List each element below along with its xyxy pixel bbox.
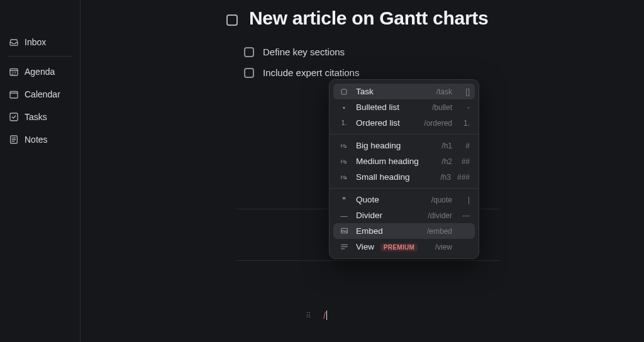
menu-item-shortcut: - <box>458 103 470 112</box>
task-checkbox[interactable] <box>244 68 254 78</box>
menu-item-command: /view <box>435 243 452 251</box>
svg-rect-1 <box>10 91 18 98</box>
svg-rect-4 <box>341 89 347 94</box>
sidebar: Inbox 27 Agenda Calendar Tasks <box>0 0 80 342</box>
calendar-icon <box>9 89 19 99</box>
document-title[interactable]: New article on Gantt charts <box>249 8 488 29</box>
checkbox-icon <box>338 88 350 96</box>
tray-icon <box>9 37 19 47</box>
h3-icon: H₃ <box>338 174 350 180</box>
menu-item-shortcut: | <box>458 196 470 204</box>
main-editor: New article on Gantt charts Define key s… <box>80 0 644 342</box>
task-label: Define key sections <box>263 47 345 57</box>
slash-trigger-row[interactable]: ⠿ / <box>306 310 327 321</box>
menu-item-label: Medium heading <box>356 157 441 166</box>
menu-item-command: /embed <box>427 227 452 236</box>
content-divider <box>236 260 499 261</box>
menu-item-label: Divider <box>356 211 428 220</box>
menu-item-ordered-list[interactable]: 1. Ordered list /ordered 1. <box>333 115 475 131</box>
slash-command-menu: Task /task [] • Bulleted list /bullet - … <box>329 79 479 259</box>
menu-item-h2[interactable]: H₂ Medium heading /h2 ## <box>333 153 475 169</box>
menu-item-label: Ordered list <box>356 118 424 128</box>
drag-handle-icon[interactable]: ⠿ <box>306 311 312 320</box>
menu-item-command: /h2 <box>441 157 452 166</box>
menu-item-shortcut: ## <box>458 157 470 166</box>
divider-icon: — <box>338 212 350 219</box>
sidebar-item-inbox[interactable]: Inbox <box>8 33 72 51</box>
menu-item-label: Big heading <box>356 141 441 150</box>
task-checkbox[interactable] <box>244 47 254 57</box>
title-checkbox[interactable] <box>226 14 238 26</box>
h1-icon: H₁ <box>338 143 350 149</box>
menu-item-task[interactable]: Task /task [] <box>333 84 475 99</box>
menu-item-command: /bullet <box>432 103 452 112</box>
sidebar-item-label: Agenda <box>25 67 55 77</box>
sidebar-item-agenda[interactable]: 27 Agenda <box>8 63 72 80</box>
menu-separator <box>330 188 479 189</box>
task-row[interactable]: Define key sections <box>244 47 644 57</box>
view-icon <box>338 243 350 251</box>
note-icon <box>9 135 19 145</box>
slash-input[interactable]: / <box>323 310 327 321</box>
menu-item-command: /quote <box>431 196 452 204</box>
menu-item-label: Small heading <box>356 172 440 182</box>
menu-item-shortcut: --- <box>458 211 470 220</box>
menu-item-label: Embed <box>356 226 427 236</box>
menu-item-command: /task <box>436 87 452 96</box>
menu-item-quote[interactable]: ❝ Quote /quote | <box>333 192 475 207</box>
menu-item-divider[interactable]: — Divider /divider --- <box>333 207 475 223</box>
task-label: Include expert citations <box>263 67 359 78</box>
menu-item-shortcut: ### <box>457 173 470 182</box>
menu-item-command: /ordered <box>424 119 452 128</box>
svg-rect-2 <box>10 113 18 121</box>
sidebar-item-notes[interactable]: Notes <box>8 131 72 148</box>
menu-item-command: /h1 <box>441 141 452 150</box>
sidebar-item-label: Inbox <box>25 37 46 47</box>
menu-item-command: /h3 <box>440 173 451 182</box>
menu-item-shortcut: # <box>458 141 470 150</box>
quote-icon: ❝ <box>338 196 350 204</box>
sidebar-item-label: Tasks <box>25 112 47 122</box>
menu-item-label: Quote <box>356 195 431 204</box>
sidebar-item-label: Notes <box>25 135 48 145</box>
sidebar-item-calendar[interactable]: Calendar <box>8 86 72 103</box>
sidebar-item-tasks[interactable]: Tasks <box>8 108 72 126</box>
menu-item-command: /divider <box>428 211 452 220</box>
document-title-row: New article on Gantt charts <box>226 0 644 29</box>
menu-item-bulleted-list[interactable]: • Bulleted list /bullet - <box>333 99 475 115</box>
premium-badge: PREMIUM <box>380 243 418 251</box>
menu-item-embed[interactable]: Embed /embed <box>333 223 475 239</box>
menu-item-view[interactable]: View PREMIUM /view <box>333 239 475 255</box>
ordered-icon: 1. <box>338 119 350 126</box>
menu-item-shortcut: 1. <box>458 119 470 128</box>
embed-icon <box>338 227 350 235</box>
menu-item-h3[interactable]: H₃ Small heading /h3 ### <box>333 169 475 185</box>
menu-item-label: View PREMIUM <box>356 242 435 251</box>
h2-icon: H₂ <box>338 158 350 165</box>
sidebar-separator <box>8 56 72 57</box>
bullet-icon: • <box>338 104 350 111</box>
menu-item-label: Bulleted list <box>356 102 432 112</box>
sidebar-item-label: Calendar <box>25 89 60 99</box>
task-row[interactable]: Include expert citations <box>244 67 644 78</box>
menu-item-h1[interactable]: H₁ Big heading /h1 # <box>333 138 475 153</box>
menu-item-label: Task <box>356 87 436 96</box>
menu-separator <box>330 134 479 135</box>
check-square-icon <box>9 112 19 122</box>
calendar-day-icon: 27 <box>9 67 19 77</box>
menu-item-shortcut: [] <box>458 87 470 96</box>
